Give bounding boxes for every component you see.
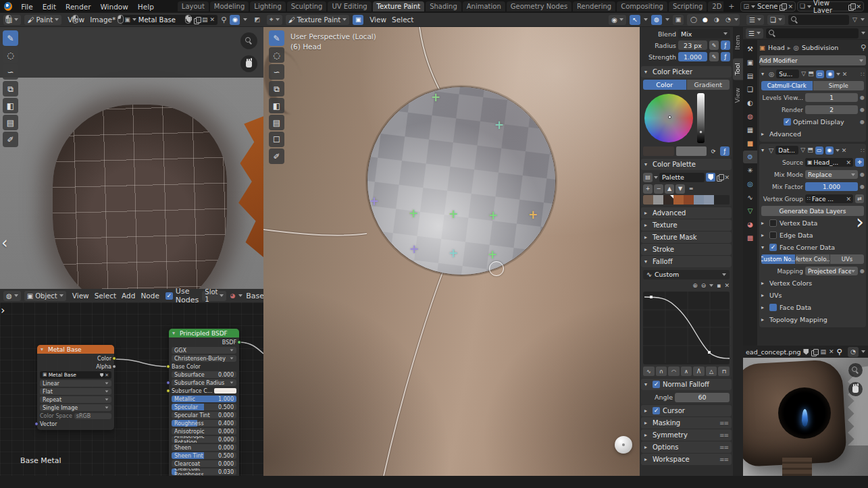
bsdf-slider[interactable]: Sheen Tint 0.500 (172, 452, 236, 459)
palette-swatch[interactable] (694, 195, 704, 205)
alpha-output-socket[interactable]: Alpha (40, 363, 111, 370)
distribution-dropdown[interactable]: GGX (172, 347, 236, 354)
add-workspace-button[interactable]: + (725, 2, 738, 11)
properties-tab[interactable]: ▤ (743, 70, 757, 82)
animate-toggle-icon[interactable]: ƒ (721, 40, 730, 50)
mode-dropdown[interactable]: 🖌︎Texture Paint (286, 15, 350, 25)
realtime-toggle-icon[interactable]: ⬒ (808, 71, 814, 77)
filter-funnel-icon[interactable]: ▽ (852, 17, 857, 23)
animate-toggle-icon[interactable]: ƒ (721, 52, 730, 61)
checkbox-icon[interactable]: ✓ (653, 381, 660, 388)
edit-mode-toggle-icon[interactable]: ▽ (801, 71, 806, 77)
breadcrumb-modifier[interactable]: Subdivision (802, 44, 838, 51)
node-dropdown[interactable]: Linear (40, 380, 111, 387)
panel-section-header[interactable]: ▸Stroke (641, 244, 732, 255)
breadcrumb-object[interactable]: Head (768, 44, 785, 51)
palette-browse-icon[interactable]: ▤ (643, 173, 653, 182)
editor-menu[interactable]: Add (119, 292, 138, 300)
pressure-icon[interactable]: ✎ (709, 52, 719, 61)
unlink-icon[interactable]: ✕ (210, 16, 215, 23)
editor-menu[interactable]: Select (92, 292, 119, 300)
subsurface-slider[interactable]: Subsurface0.000 (172, 371, 236, 378)
outliner-filter-type-dropdown[interactable]: ❏ (767, 15, 785, 25)
tool-button[interactable]: ◧ (3, 98, 18, 113)
menu-item[interactable]: File (16, 2, 38, 11)
eyedropper-button[interactable]: ✛ (855, 158, 864, 167)
workspace-tab[interactable]: Geometry Nodes (507, 1, 571, 11)
outliner-display-dropdown[interactable]: ☰ (746, 15, 764, 25)
bsdf-output-socket[interactable]: BSDF (172, 339, 236, 346)
image-texture-node[interactable]: ▾Metal Base Color Alpha ▣ Metal Base ✕ L… (37, 345, 114, 430)
color-picker-section-header[interactable]: ▾Color Picker (641, 66, 732, 78)
palette-move-down-button[interactable]: ▼ (675, 184, 685, 194)
node-dropdown[interactable]: Flat (40, 388, 111, 395)
panel-section-header[interactable]: ▸Workspace≡≡ (641, 454, 732, 465)
falloff-section-header[interactable]: ▾Falloff (641, 256, 732, 267)
region-expand-arrow[interactable]: ‹ (1, 235, 8, 251)
picker-tab[interactable]: Gradient (687, 80, 730, 90)
color-wheel[interactable] (644, 94, 693, 142)
cursor-section-header[interactable]: ▸✓Cursor (641, 405, 732, 416)
workspace-tab[interactable]: 2D Animation (708, 1, 723, 11)
clear-icon[interactable]: ✕ (846, 159, 851, 166)
mix-mode-dropdown[interactable]: Replace (805, 170, 858, 179)
value-slider[interactable] (697, 93, 705, 143)
slot-dropdown[interactable]: Slot 1 (202, 291, 226, 301)
falloff-preset-button[interactable]: ∩ (656, 367, 667, 376)
data-checkbox[interactable]: ✓ (769, 219, 777, 227)
properties-tab[interactable]: ◎ (743, 178, 757, 190)
tool-button[interactable]: ◌ (3, 47, 18, 63)
tool-button[interactable]: ☐ (269, 132, 284, 147)
delete-modifier-icon[interactable]: ✕ (842, 71, 848, 78)
outliner-search-input[interactable] (788, 15, 849, 25)
workspace-tab[interactable]: UV Editing (328, 1, 371, 11)
properties-tab[interactable]: ❏ (743, 83, 757, 96)
duplicate-icon[interactable] (717, 174, 723, 180)
falloff-curve-widget[interactable] (643, 292, 730, 364)
add-modifier-dropdown[interactable]: Add Modifier (759, 55, 866, 65)
workspace-tab[interactable]: Sculpting (287, 1, 327, 11)
display-render-toggle[interactable]: ◉ (825, 146, 834, 155)
palette-swatch[interactable] (643, 195, 653, 205)
wireframe-shading-button[interactable]: ◯ (688, 15, 699, 25)
tool-button[interactable]: ✐ (3, 132, 18, 147)
material-preview-button[interactable]: ◑ (711, 15, 722, 25)
pack-icon[interactable]: ▤ (820, 349, 826, 355)
workspace-tab[interactable]: Lighting (250, 1, 285, 11)
node-dropdown[interactable]: Single Image (40, 404, 111, 411)
generate-data-layers-button[interactable]: Generate Data Layers (761, 206, 864, 216)
pan-tool-button[interactable] (848, 382, 863, 396)
bsdf-slider[interactable]: Metallic 1.000 (172, 396, 236, 402)
angle-field[interactable]: 60 (675, 393, 730, 402)
bsdf-slider[interactable]: Sheen 0.000 (172, 444, 236, 451)
fake-user-icon[interactable] (100, 373, 103, 377)
workspace-tab[interactable]: Modeling (210, 1, 249, 11)
pin-icon[interactable]: ⚲ (221, 16, 226, 24)
strength-slider[interactable]: 1.000 (678, 52, 707, 61)
properties-tab[interactable]: ▣ (743, 56, 757, 69)
layer-type-tab[interactable]: UVs (830, 254, 864, 264)
fake-user-icon[interactable] (803, 349, 809, 355)
vertex-group-field[interactable]: ∷ Face ... ✕ (805, 194, 853, 203)
animate-dot-icon[interactable]: ● (860, 184, 864, 190)
palette-swatch[interactable] (704, 195, 714, 205)
base-color-input-socket[interactable]: Base Color (172, 363, 236, 370)
subdivision-type-tab[interactable]: Catmull-Clark (761, 81, 813, 90)
tool-button[interactable]: ▤ (3, 115, 18, 130)
navigation-ball-widget[interactable] (615, 436, 632, 454)
toggle-xray-button[interactable]: ▣ (673, 15, 684, 25)
swap-colors-icon[interactable]: ⟳ (709, 146, 718, 156)
animate-dot-icon[interactable]: ● (860, 171, 864, 178)
palette-swatch[interactable] (653, 195, 663, 205)
display-render-toggle[interactable]: ◉ (826, 70, 834, 78)
panel-section-header[interactable]: ▸Symmetry≡≡ (641, 429, 732, 441)
mapping-dropdown[interactable]: Projected Face I... (805, 267, 858, 275)
palette-move-up-button[interactable]: ▲ (665, 184, 674, 194)
material-preview-icon[interactable]: ◕ (230, 291, 235, 301)
menu-item[interactable]: Help (133, 2, 159, 11)
sidebar-tab[interactable]: Tool (733, 58, 743, 80)
workspace-tab[interactable]: Texture Paint (373, 1, 425, 11)
drag-handle-icon[interactable]: ≡≡ (719, 456, 728, 463)
secondary-color-swatch[interactable] (676, 146, 707, 156)
fake-user-toggle[interactable] (706, 173, 715, 182)
